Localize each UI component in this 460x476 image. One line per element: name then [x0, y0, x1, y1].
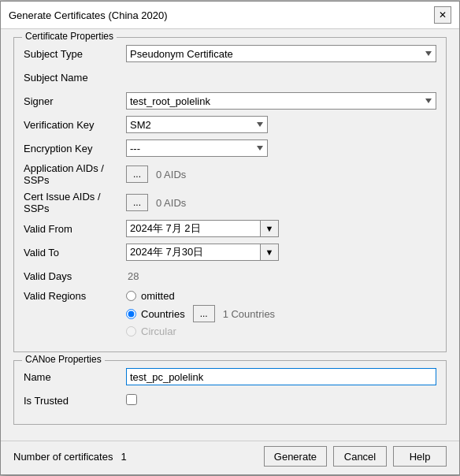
cert-count-label: Number of certificates	[13, 451, 113, 463]
valid-to-control: ▼	[126, 244, 436, 261]
dialog-window: Generate Certificates (China 2020) ✕ Cer…	[0, 1, 460, 475]
verification-key-row: Verification Key SM2	[24, 115, 436, 134]
subject-type-label: Subject Type	[24, 48, 126, 60]
signer-control: test_root_polelink	[126, 92, 436, 110]
encryption-key-control: ---	[126, 139, 436, 157]
region-omitted-radio[interactable]	[126, 291, 136, 301]
footer: Number of certificates 1 Generate Cancel…	[1, 441, 459, 474]
app-aids-count: 0 AIDs	[153, 169, 186, 180]
valid-days-label: Valid Days	[24, 270, 126, 282]
cancel-button[interactable]: Cancel	[333, 446, 387, 467]
valid-to-calendar-button[interactable]: ▼	[260, 244, 279, 261]
dialog-title: Generate Certificates (China 2020)	[9, 9, 168, 21]
encryption-key-select[interactable]: ---	[126, 139, 268, 157]
encryption-key-label: Encryption Key	[24, 143, 126, 154]
is-trusted-checkbox[interactable]	[126, 394, 137, 405]
cert-aids-control: ... 0 AIDs	[126, 194, 436, 211]
subject-name-label: Subject Name	[24, 72, 126, 84]
app-aids-button[interactable]: ...	[126, 165, 148, 183]
dialog-body: Certificate Properties Subject Type Pseu…	[1, 29, 459, 441]
subject-type-select[interactable]: Pseudonym Certificate Authorization Cert…	[126, 45, 436, 62]
countries-count: 1 Countries	[220, 308, 275, 320]
valid-from-control: ▼	[126, 220, 436, 237]
countries-inline: ... 1 Countries	[193, 305, 275, 322]
region-omitted-row: omitted	[126, 290, 436, 302]
cert-properties-label: Certificate Properties	[22, 31, 117, 42]
verification-key-control: SM2	[126, 116, 436, 133]
signer-label: Signer	[24, 95, 126, 107]
cert-properties-group: Certificate Properties Subject Type Pseu…	[13, 37, 447, 352]
cert-aids-button[interactable]: ...	[126, 194, 148, 211]
generate-button[interactable]: Generate	[264, 446, 327, 467]
region-omitted-label: omitted	[141, 290, 175, 302]
close-button[interactable]: ✕	[434, 6, 451, 24]
canoe-properties-group: CANoe Properties Name Is Trusted	[13, 360, 447, 425]
region-circular-label: Circular	[141, 325, 176, 337]
canoe-name-control	[126, 368, 436, 385]
is-trusted-row: Is Trusted	[24, 391, 436, 410]
cert-count-value: 1	[121, 451, 126, 463]
canoe-name-label: Name	[24, 371, 126, 383]
countries-ellipsis-button[interactable]: ...	[193, 305, 215, 322]
valid-days-control: 28	[126, 270, 436, 282]
verification-key-label: Verification Key	[24, 119, 126, 131]
region-countries-label: Countries	[141, 308, 185, 320]
region-circular-row: Circular	[126, 325, 436, 337]
valid-days-value: 28	[126, 270, 139, 282]
region-countries-row: Countries ... 1 Countries	[126, 305, 436, 322]
verification-key-select[interactable]: SM2	[126, 116, 268, 133]
signer-row: Signer test_root_polelink	[24, 91, 436, 110]
valid-regions-label: Valid Regions	[24, 290, 126, 302]
canoe-name-input[interactable]	[126, 368, 436, 385]
valid-to-row: Valid To ▼	[24, 243, 436, 262]
is-trusted-control	[126, 394, 436, 407]
valid-from-input[interactable]	[126, 220, 260, 237]
valid-regions-control: omitted Countries ... 1 Countries	[126, 290, 436, 337]
subject-type-row: Subject Type Pseudonym Certificate Autho…	[24, 44, 436, 63]
app-aids-label: Application AIDs / SSPs	[24, 162, 126, 186]
valid-from-label: Valid From	[24, 223, 126, 235]
canoe-properties-label: CANoe Properties	[22, 354, 105, 365]
title-bar: Generate Certificates (China 2020) ✕	[1, 2, 459, 29]
app-aids-row: Application AIDs / SSPs ... 0 AIDs	[24, 162, 436, 186]
valid-regions-row: Valid Regions omitted Countries	[24, 290, 436, 337]
signer-select[interactable]: test_root_polelink	[126, 92, 436, 110]
subject-name-row: Subject Name	[24, 68, 436, 87]
footer-left: Number of certificates 1	[13, 451, 127, 463]
cert-aids-count: 0 AIDs	[153, 197, 186, 209]
encryption-key-row: Encryption Key ---	[24, 139, 436, 158]
footer-buttons: Generate Cancel Help	[264, 446, 447, 467]
cert-aids-row: Cert Issue AIDs / SSPs ... 0 AIDs	[24, 191, 436, 214]
valid-to-label: Valid To	[24, 247, 126, 258]
region-circular-radio[interactable]	[126, 326, 136, 337]
valid-from-row: Valid From ▼	[24, 219, 436, 238]
canoe-name-row: Name	[24, 367, 436, 386]
valid-to-input[interactable]	[126, 244, 260, 261]
help-button[interactable]: Help	[393, 446, 447, 467]
app-aids-control: ... 0 AIDs	[126, 165, 436, 183]
valid-days-row: Valid Days 28	[24, 266, 436, 285]
valid-from-calendar-button[interactable]: ▼	[260, 220, 279, 237]
cert-aids-label: Cert Issue AIDs / SSPs	[24, 191, 126, 214]
is-trusted-label: Is Trusted	[24, 395, 126, 407]
subject-type-control: Pseudonym Certificate Authorization Cert…	[126, 45, 436, 62]
region-countries-radio[interactable]	[126, 309, 136, 319]
